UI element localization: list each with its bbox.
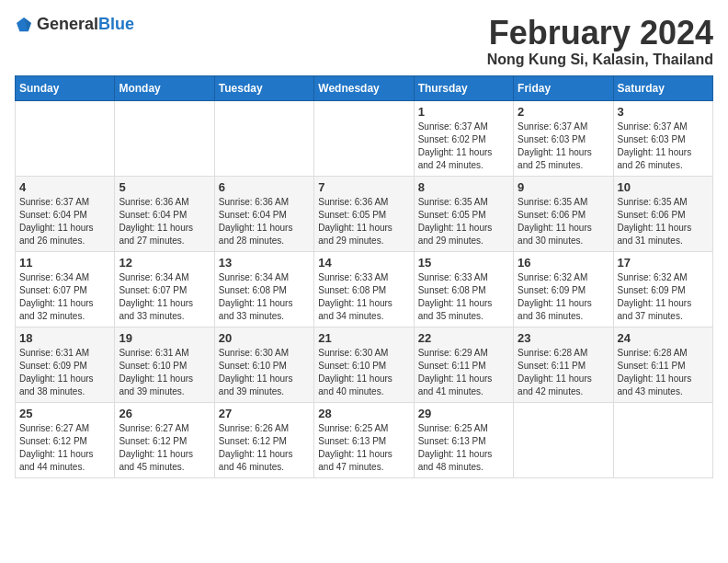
day-info: Sunrise: 6:27 AM Sunset: 6:12 PM Dayligh… [119, 422, 210, 474]
calendar-cell: 19Sunrise: 6:31 AM Sunset: 6:10 PM Dayli… [115, 327, 214, 402]
calendar-cell: 25Sunrise: 6:27 AM Sunset: 6:12 PM Dayli… [16, 402, 115, 477]
day-number: 20 [219, 331, 310, 345]
calendar-table: SundayMondayTuesdayWednesdayThursdayFrid… [15, 75, 713, 478]
calendar-cell: 27Sunrise: 6:26 AM Sunset: 6:12 PM Dayli… [214, 402, 313, 477]
day-info: Sunrise: 6:32 AM Sunset: 6:09 PM Dayligh… [518, 271, 609, 323]
day-number: 18 [19, 331, 110, 345]
day-info: Sunrise: 6:27 AM Sunset: 6:12 PM Dayligh… [19, 422, 110, 474]
day-header-friday: Friday [514, 75, 613, 100]
calendar-cell [613, 402, 712, 477]
calendar-cell: 3Sunrise: 6:37 AM Sunset: 6:03 PM Daylig… [613, 100, 712, 176]
location-title: Nong Kung Si, Kalasin, Thailand [487, 52, 713, 68]
day-info: Sunrise: 6:30 AM Sunset: 6:10 PM Dayligh… [318, 347, 409, 398]
week-row-1: 1Sunrise: 6:37 AM Sunset: 6:02 PM Daylig… [16, 100, 713, 176]
month-title: February 2024 [487, 15, 713, 52]
header: GeneralBlue February 2024 Nong Kung Si, … [15, 15, 713, 68]
day-number: 6 [219, 180, 310, 194]
calendar-cell: 26Sunrise: 6:27 AM Sunset: 6:12 PM Dayli… [115, 402, 214, 477]
day-number: 22 [418, 331, 509, 345]
day-number: 8 [418, 180, 509, 194]
calendar-cell: 29Sunrise: 6:25 AM Sunset: 6:13 PM Dayli… [414, 402, 513, 477]
day-number: 23 [518, 331, 609, 345]
header-row: SundayMondayTuesdayWednesdayThursdayFrid… [16, 75, 713, 100]
day-header-sunday: Sunday [16, 75, 115, 100]
day-header-tuesday: Tuesday [214, 75, 313, 100]
logo-text-blue: Blue [98, 15, 134, 33]
day-number: 1 [418, 105, 509, 119]
logo: GeneralBlue [15, 15, 134, 34]
calendar-cell: 6Sunrise: 6:36 AM Sunset: 6:04 PM Daylig… [214, 176, 313, 251]
calendar-cell [314, 100, 414, 176]
day-info: Sunrise: 6:31 AM Sunset: 6:09 PM Dayligh… [19, 347, 110, 398]
title-area: February 2024 Nong Kung Si, Kalasin, Tha… [487, 15, 713, 68]
day-number: 12 [119, 256, 210, 270]
calendar-cell: 20Sunrise: 6:30 AM Sunset: 6:10 PM Dayli… [214, 327, 313, 402]
day-info: Sunrise: 6:25 AM Sunset: 6:13 PM Dayligh… [318, 422, 409, 474]
day-info: Sunrise: 6:31 AM Sunset: 6:10 PM Dayligh… [119, 347, 210, 398]
day-info: Sunrise: 6:34 AM Sunset: 6:07 PM Dayligh… [119, 271, 210, 323]
calendar-cell: 13Sunrise: 6:34 AM Sunset: 6:08 PM Dayli… [214, 251, 313, 327]
calendar-cell: 7Sunrise: 6:36 AM Sunset: 6:05 PM Daylig… [314, 176, 414, 251]
logo-text-general: General [37, 15, 98, 33]
day-number: 26 [119, 407, 210, 420]
calendar-cell: 28Sunrise: 6:25 AM Sunset: 6:13 PM Dayli… [314, 402, 414, 477]
day-info: Sunrise: 6:33 AM Sunset: 6:08 PM Dayligh… [418, 271, 509, 323]
calendar-cell: 16Sunrise: 6:32 AM Sunset: 6:09 PM Dayli… [514, 251, 613, 327]
day-number: 13 [219, 256, 310, 270]
week-row-5: 25Sunrise: 6:27 AM Sunset: 6:12 PM Dayli… [16, 402, 713, 477]
day-info: Sunrise: 6:35 AM Sunset: 6:05 PM Dayligh… [418, 196, 509, 247]
day-number: 5 [119, 180, 210, 194]
calendar-cell: 21Sunrise: 6:30 AM Sunset: 6:10 PM Dayli… [314, 327, 414, 402]
day-info: Sunrise: 6:26 AM Sunset: 6:12 PM Dayligh… [219, 422, 310, 474]
day-number: 16 [518, 256, 609, 270]
day-number: 7 [318, 180, 409, 194]
day-number: 19 [119, 331, 210, 345]
day-info: Sunrise: 6:35 AM Sunset: 6:06 PM Dayligh… [618, 196, 709, 247]
calendar-cell [115, 100, 214, 176]
day-info: Sunrise: 6:37 AM Sunset: 6:04 PM Dayligh… [19, 196, 110, 247]
day-info: Sunrise: 6:29 AM Sunset: 6:11 PM Dayligh… [418, 347, 509, 398]
day-info: Sunrise: 6:35 AM Sunset: 6:06 PM Dayligh… [518, 196, 609, 247]
day-info: Sunrise: 6:34 AM Sunset: 6:07 PM Dayligh… [19, 271, 110, 323]
calendar-cell: 12Sunrise: 6:34 AM Sunset: 6:07 PM Dayli… [115, 251, 214, 327]
day-number: 14 [318, 256, 409, 270]
day-number: 9 [518, 180, 609, 194]
day-number: 24 [618, 331, 709, 345]
day-info: Sunrise: 6:36 AM Sunset: 6:04 PM Dayligh… [219, 196, 310, 247]
day-number: 10 [618, 180, 709, 194]
logo-icon [15, 16, 33, 34]
calendar-cell: 24Sunrise: 6:28 AM Sunset: 6:11 PM Dayli… [613, 327, 712, 402]
calendar-cell: 1Sunrise: 6:37 AM Sunset: 6:02 PM Daylig… [414, 100, 513, 176]
week-row-3: 11Sunrise: 6:34 AM Sunset: 6:07 PM Dayli… [16, 251, 713, 327]
calendar-cell: 18Sunrise: 6:31 AM Sunset: 6:09 PM Dayli… [16, 327, 115, 402]
day-info: Sunrise: 6:28 AM Sunset: 6:11 PM Dayligh… [618, 347, 709, 398]
day-info: Sunrise: 6:36 AM Sunset: 6:05 PM Dayligh… [318, 196, 409, 247]
day-info: Sunrise: 6:37 AM Sunset: 6:03 PM Dayligh… [618, 121, 709, 172]
calendar-cell: 15Sunrise: 6:33 AM Sunset: 6:08 PM Dayli… [414, 251, 513, 327]
calendar-cell [214, 100, 313, 176]
day-info: Sunrise: 6:33 AM Sunset: 6:08 PM Dayligh… [318, 271, 409, 323]
day-info: Sunrise: 6:36 AM Sunset: 6:04 PM Dayligh… [119, 196, 210, 247]
day-info: Sunrise: 6:37 AM Sunset: 6:03 PM Dayligh… [518, 121, 609, 172]
calendar-cell: 11Sunrise: 6:34 AM Sunset: 6:07 PM Dayli… [16, 251, 115, 327]
day-info: Sunrise: 6:25 AM Sunset: 6:13 PM Dayligh… [418, 422, 509, 474]
day-number: 28 [318, 407, 409, 420]
day-info: Sunrise: 6:32 AM Sunset: 6:09 PM Dayligh… [618, 271, 709, 323]
day-header-thursday: Thursday [414, 75, 513, 100]
calendar-cell: 10Sunrise: 6:35 AM Sunset: 6:06 PM Dayli… [613, 176, 712, 251]
day-number: 25 [19, 407, 110, 420]
day-header-monday: Monday [115, 75, 214, 100]
day-number: 29 [418, 407, 509, 420]
day-info: Sunrise: 6:34 AM Sunset: 6:08 PM Dayligh… [219, 271, 310, 323]
day-number: 21 [318, 331, 409, 345]
day-number: 11 [19, 256, 110, 270]
day-number: 17 [618, 256, 709, 270]
calendar-cell: 2Sunrise: 6:37 AM Sunset: 6:03 PM Daylig… [514, 100, 613, 176]
calendar-cell [16, 100, 115, 176]
calendar-cell: 17Sunrise: 6:32 AM Sunset: 6:09 PM Dayli… [613, 251, 712, 327]
week-row-4: 18Sunrise: 6:31 AM Sunset: 6:09 PM Dayli… [16, 327, 713, 402]
week-row-2: 4Sunrise: 6:37 AM Sunset: 6:04 PM Daylig… [16, 176, 713, 251]
day-number: 4 [19, 180, 110, 194]
day-header-wednesday: Wednesday [314, 75, 414, 100]
calendar-cell: 23Sunrise: 6:28 AM Sunset: 6:11 PM Dayli… [514, 327, 613, 402]
